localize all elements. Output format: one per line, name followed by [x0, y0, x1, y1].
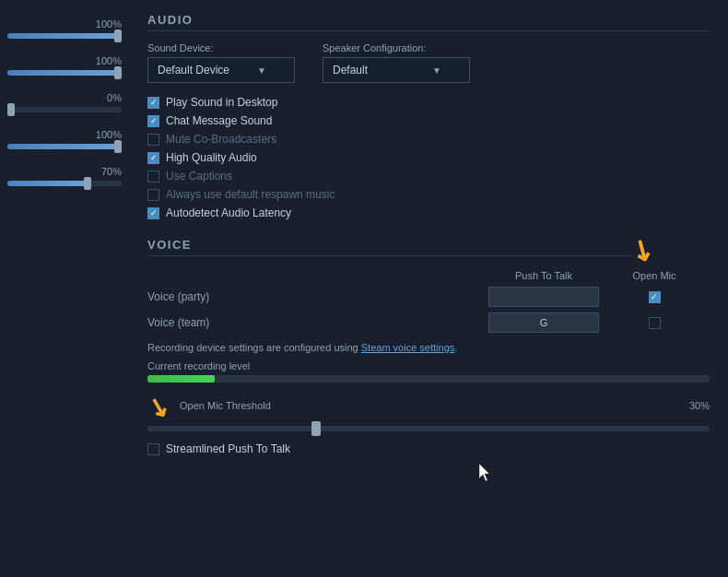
sidebar-item-3: 0% — [7, 92, 122, 112]
arrow-annotation-1: ↘ — [631, 234, 654, 266]
recording-notice: Recording device settings are configured… — [147, 342, 710, 353]
checkbox-play-sound[interactable]: Play Sound in Desktop — [147, 96, 710, 109]
cb-respawn-music-icon[interactable] — [147, 189, 159, 201]
threshold-row: Open Mic Threshold 30% — [180, 400, 710, 411]
speaker-config-value: Default — [333, 64, 368, 77]
threshold-header: ↘ Open Mic Threshold 30% — [147, 392, 710, 422]
audio-checkboxes: Play Sound in Desktop Chat Message Sound… — [147, 96, 710, 219]
sidebar: 100% 100% 0% 100% 70% — [0, 0, 129, 577]
voice-table: Push To Talk Open Mic Voice (party) Voic… — [147, 270, 710, 333]
voice-team-label: Voice (team) — [147, 316, 488, 329]
sidebar-slider-2[interactable] — [7, 70, 122, 76]
sound-device-group: Sound Device: Default Device ▼ — [147, 42, 295, 83]
speaker-config-label: Speaker Configuration: — [323, 42, 470, 53]
sound-device-arrow-icon: ▼ — [257, 65, 266, 76]
voice-team-ptt[interactable]: G — [488, 312, 599, 333]
cb-chat-sound-icon[interactable] — [147, 115, 159, 127]
voice-team-open-mic — [599, 317, 710, 329]
cb-audio-latency-icon[interactable] — [147, 207, 159, 219]
sidebar-label-4: 100% — [96, 129, 122, 140]
speaker-config-group: Speaker Configuration: Default ▼ — [323, 42, 470, 83]
main-content: AUDIO Sound Device: Default Device ▼ Spe… — [129, 0, 728, 474]
cb-play-sound-icon[interactable] — [147, 97, 159, 109]
audio-section-title: AUDIO — [147, 13, 710, 31]
checkbox-chat-sound[interactable]: Chat Message Sound — [147, 114, 710, 127]
voice-section-title: VOICE — [147, 238, 631, 256]
arrow-annotation-2: ↘ — [147, 392, 169, 422]
sidebar-label-5: 70% — [101, 166, 122, 177]
sidebar-item-4: 100% — [7, 129, 122, 149]
push-to-talk-header: Push To Talk — [488, 270, 599, 281]
sidebar-item-2: 100% — [7, 55, 122, 76]
voice-party-row: Voice (party) — [147, 287, 710, 307]
sidebar-slider-3[interactable] — [7, 107, 122, 112]
voice-party-label: Voice (party) — [147, 290, 488, 303]
checkbox-audio-latency[interactable]: Autodetect Audio Latency — [147, 206, 710, 219]
checkbox-mute-cob[interactable]: Mute Co-Broadcasters — [147, 133, 710, 146]
voice-section: VOICE ↘ Push To Talk Open Mic Voice (par… — [147, 234, 710, 455]
sound-device-value: Default Device — [158, 64, 229, 77]
speaker-config-arrow-icon: ▼ — [432, 65, 441, 76]
level-bar-track — [147, 375, 710, 383]
cb-play-sound-label: Play Sound in Desktop — [166, 96, 277, 109]
threshold-track[interactable] — [147, 426, 710, 431]
cb-respawn-music-label: Always use default respawn music — [166, 188, 335, 201]
sidebar-item-1: 100% — [7, 18, 122, 39]
sidebar-slider-1[interactable] — [7, 33, 122, 39]
speaker-config-dropdown[interactable]: Default ▼ — [323, 57, 470, 83]
checkbox-captions[interactable]: Use Captions — [147, 170, 710, 183]
sound-device-label: Sound Device: — [147, 42, 295, 53]
voice-party-ptt[interactable] — [488, 287, 599, 307]
cb-streamlined-ptt-label: Streamlined Push To Talk — [166, 442, 290, 455]
audio-section: AUDIO Sound Device: Default Device ▼ Spe… — [147, 13, 710, 219]
sidebar-slider-5[interactable] — [7, 181, 122, 186]
sidebar-label-2: 100% — [96, 55, 122, 66]
cb-mute-cob-icon[interactable] — [147, 134, 159, 146]
checkbox-hq-audio[interactable]: High Quality Audio — [147, 151, 710, 164]
checkbox-respawn-music[interactable]: Always use default respawn music — [147, 188, 710, 201]
threshold-thumb[interactable] — [311, 421, 321, 436]
voice-team-row: Voice (team) G — [147, 312, 710, 333]
sidebar-label-1: 100% — [96, 18, 122, 29]
sidebar-label-3: 0% — [107, 92, 122, 103]
voice-team-open-mic-cb[interactable] — [649, 317, 661, 329]
cb-captions-icon[interactable] — [147, 171, 159, 183]
cb-chat-sound-label: Chat Message Sound — [166, 114, 272, 127]
current-level-section: Current recording level — [147, 360, 710, 383]
steam-voice-settings-link[interactable]: Steam voice settings — [361, 342, 455, 353]
cb-captions-label: Use Captions — [166, 170, 232, 183]
voice-party-open-mic — [599, 291, 710, 303]
device-row: Sound Device: Default Device ▼ Speaker C… — [147, 42, 710, 83]
voice-header-row: Push To Talk Open Mic — [147, 270, 710, 281]
sidebar-slider-4[interactable] — [7, 144, 122, 149]
voice-party-open-mic-cb[interactable] — [649, 291, 661, 303]
cb-audio-latency-label: Autodetect Audio Latency — [166, 206, 291, 219]
level-bar-fill — [147, 375, 215, 383]
cb-streamlined-ptt-icon[interactable] — [147, 443, 159, 455]
sound-device-dropdown[interactable]: Default Device ▼ — [147, 57, 295, 83]
sidebar-item-5: 70% — [7, 166, 122, 186]
threshold-label: Open Mic Threshold — [180, 400, 271, 411]
cb-hq-audio-icon[interactable] — [147, 152, 159, 164]
open-mic-header: Open Mic — [599, 270, 710, 281]
current-level-label: Current recording level — [147, 360, 710, 371]
checkbox-streamlined-ptt[interactable]: Streamlined Push To Talk — [147, 442, 710, 455]
cb-hq-audio-label: High Quality Audio — [166, 151, 257, 164]
threshold-value: 30% — [689, 400, 710, 411]
cb-mute-cob-label: Mute Co-Broadcasters — [166, 133, 276, 146]
